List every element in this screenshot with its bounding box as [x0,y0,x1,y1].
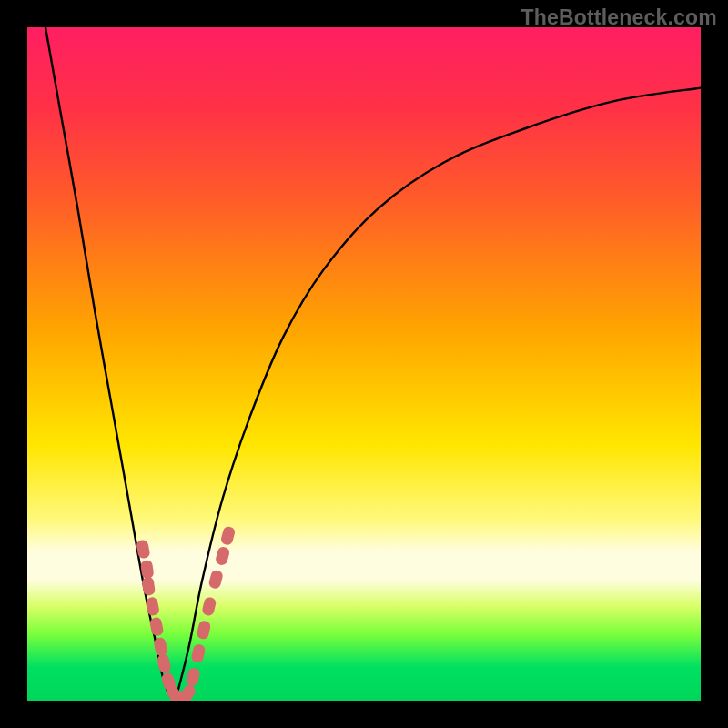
curve-right-branch [176,88,701,701]
data-marker [220,525,237,546]
data-marker [185,667,201,688]
data-marker [201,596,217,616]
curve-layer [27,27,701,701]
data-marker [215,546,231,567]
plot-area [27,27,701,701]
watermark-text: TheBottleneck.com [521,5,717,30]
data-marker [196,620,211,640]
chart-frame: TheBottleneck.com [0,0,728,728]
data-marker [141,576,156,596]
data-marker [207,569,224,590]
data-marker [190,643,206,663]
